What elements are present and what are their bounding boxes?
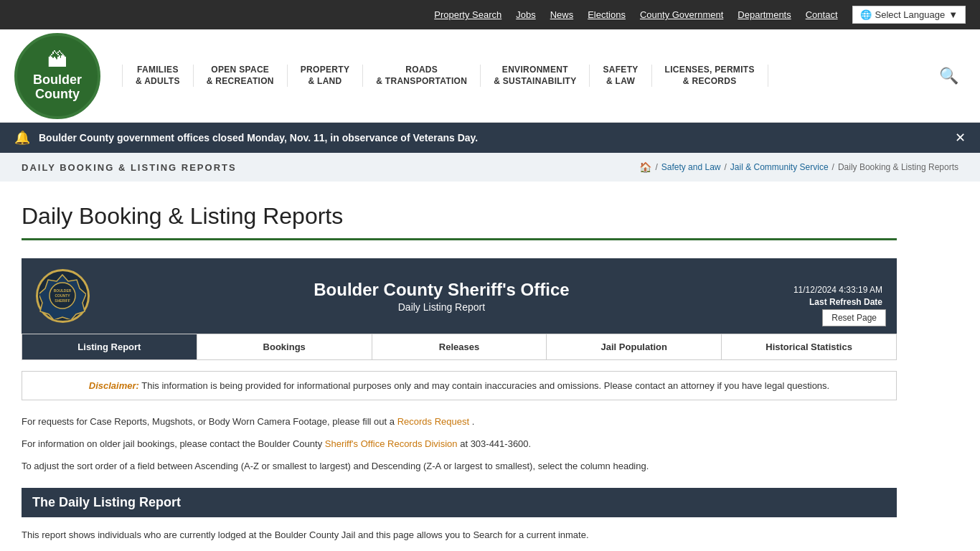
main-header: 🏔 Boulder County FAMILIES & ADULTS OPEN …: [0, 29, 980, 123]
mountain-icon: 🏔: [47, 50, 67, 70]
main-nav: FAMILIES & ADULTS OPEN SPACE & RECREATIO…: [122, 65, 966, 87]
logo-area[interactable]: 🏔 Boulder County: [14, 33, 100, 119]
tabs-row: Listing Report Bookings Releases Jail Po…: [22, 334, 897, 360]
disclaimer-box: Disclaimer: This information is being pr…: [22, 371, 897, 400]
sheriffs-office-records-link[interactable]: Sheriff's Office Records Division: [325, 438, 458, 449]
logo-text: Boulder County: [33, 73, 82, 102]
page-heading: Daily Booking & Listing Reports: [22, 203, 897, 230]
breadcrumb-jail-community[interactable]: Jail & Community Service: [730, 162, 829, 172]
contact-link[interactable]: Contact: [806, 9, 838, 20]
alert-close-button[interactable]: ✕: [955, 130, 966, 146]
info-line-3: To adjust the sort order of a field betw…: [22, 459, 897, 474]
nav-environment[interactable]: ENVIRONMENT & SUSTAINABILITY: [481, 65, 590, 87]
sheriff-office-name: Boulder County Sheriff's Office: [90, 280, 793, 300]
county-government-link[interactable]: County Government: [640, 9, 723, 20]
tab-bookings[interactable]: Bookings: [197, 334, 372, 359]
boulder-county-logo: 🏔 Boulder County: [14, 33, 100, 119]
bell-icon: 🔔: [14, 130, 30, 146]
tab-releases[interactable]: Releases: [372, 334, 547, 359]
home-icon[interactable]: 🏠: [639, 161, 651, 173]
alert-bar: 🔔 Boulder County government offices clos…: [0, 123, 980, 153]
sheriff-report-box: BOULDER COUNTY SHERIFF Boulder County Sh…: [22, 258, 897, 334]
page-content: Daily Booking & Listing Reports BOULDER …: [0, 182, 918, 551]
breadcrumb: 🏠 / Safety and Law / Jail & Community Se…: [639, 161, 958, 173]
refresh-label: Last Refresh Date: [793, 297, 882, 307]
breadcrumb-current: Daily Booking & Listing Reports: [838, 162, 958, 172]
nav-licenses-permits[interactable]: LICENSES, PERMITS & RECORDS: [652, 65, 768, 87]
tab-historical-statistics[interactable]: Historical Statistics: [722, 334, 896, 359]
tab-jail-population[interactable]: Jail Population: [547, 334, 722, 359]
nav-safety-law[interactable]: SAFETY & LAW: [590, 65, 651, 87]
heading-divider: [22, 238, 897, 240]
departments-link[interactable]: Departments: [738, 9, 791, 20]
sheriff-badge: BOULDER COUNTY SHERIFF: [36, 269, 90, 323]
news-link[interactable]: News: [550, 9, 574, 20]
svg-text:SHERIFF: SHERIFF: [55, 298, 70, 303]
chevron-down-icon: ▼: [948, 9, 958, 20]
select-language-button[interactable]: 🌐 Select Language ▼: [852, 6, 966, 24]
page-title-small: DAILY BOOKING & LISTING REPORTS: [22, 162, 237, 173]
nav-open-space[interactable]: OPEN SPACE & RECREATION: [194, 65, 288, 87]
jobs-link[interactable]: Jobs: [516, 9, 535, 20]
report-datetime: 11/12/2024 4:33:19 AM: [793, 285, 882, 295]
disclaimer-label: Disclaimer:: [89, 380, 139, 391]
daily-listing-report-header: The Daily Listing Report: [22, 488, 897, 517]
disclaimer-text: This information is being provided for i…: [141, 380, 829, 391]
elections-link[interactable]: Elections: [588, 9, 626, 20]
breadcrumb-safety-law[interactable]: Safety and Law: [661, 162, 721, 172]
translate-icon: 🌐: [860, 9, 872, 20]
search-icon[interactable]: 🔍: [932, 67, 966, 85]
info-line-1: For requests for Case Reports, Mugshots,…: [22, 415, 897, 430]
sheriff-title-area: Boulder County Sheriff's Office Daily Li…: [90, 280, 793, 313]
sheriff-timestamp: 11/12/2024 4:33:19 AM Last Refresh Date: [793, 285, 882, 307]
info-line-2: For information on older jail bookings, …: [22, 437, 897, 452]
svg-text:BOULDER: BOULDER: [54, 288, 72, 293]
svg-text:COUNTY: COUNTY: [55, 293, 70, 298]
records-request-link[interactable]: Records Request: [397, 416, 469, 427]
sheriff-report-type: Daily Listing Report: [90, 301, 793, 313]
nav-roads-transportation[interactable]: ROADS & TRANSPORTATION: [363, 65, 481, 87]
tab-listing-report[interactable]: Listing Report: [22, 334, 197, 359]
daily-listing-report-text: This report shows individuals who are cu…: [22, 528, 897, 543]
breadcrumb-bar: DAILY BOOKING & LISTING REPORTS 🏠 / Safe…: [0, 153, 980, 182]
alert-message: Boulder County government offices closed…: [39, 132, 946, 143]
nav-property-land[interactable]: PROPERTY & LAND: [288, 65, 363, 87]
top-bar: Property Search Jobs News Elections Coun…: [0, 0, 980, 29]
reset-page-button[interactable]: Reset Page: [822, 309, 886, 326]
nav-families-adults[interactable]: FAMILIES & ADULTS: [122, 65, 194, 87]
property-search-link[interactable]: Property Search: [434, 9, 501, 20]
